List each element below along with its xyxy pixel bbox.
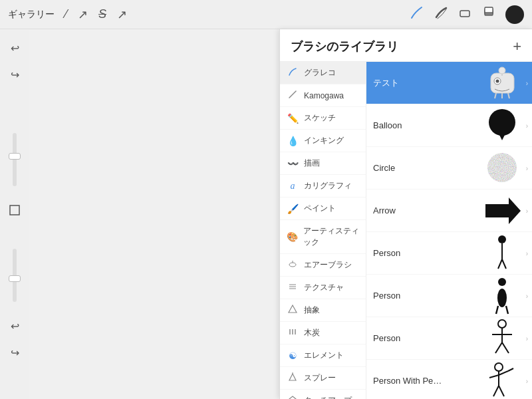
category-item-abstract[interactable]: 抽象 xyxy=(280,299,366,322)
brush-item-arrow[interactable]: Arrow › xyxy=(366,190,532,232)
category-icon-inking: 💧 xyxy=(287,136,299,146)
left-toolbar: ↩ ↪ ↩ ↪ xyxy=(0,29,29,399)
category-icon-element: ☯ xyxy=(287,350,299,361)
category-item-charcoal[interactable]: 木炭 xyxy=(280,322,366,344)
svg-rect-0 xyxy=(460,11,469,17)
category-item-gralereko[interactable]: グラレコ xyxy=(280,62,366,84)
size-slider-thumb[interactable] xyxy=(9,153,21,160)
svg-line-45 xyxy=(508,368,513,371)
svg-line-47 xyxy=(499,386,504,396)
opacity-slider[interactable] xyxy=(13,249,17,302)
brush-name-personwithpen: Person With Pe… xyxy=(373,376,479,386)
category-item-touchup[interactable]: タッチアップ xyxy=(280,390,366,399)
category-icon-spray xyxy=(287,372,299,384)
tool-pen-icon[interactable]: ⁄ xyxy=(65,7,67,21)
category-item-element[interactable]: ☯ エレメント xyxy=(280,344,366,367)
category-label-calligraphy: カリグラフィ xyxy=(304,180,352,192)
svg-rect-4 xyxy=(10,205,19,215)
undo-action[interactable]: ↩ xyxy=(4,315,25,336)
brush-item-test[interactable]: テスト xyxy=(366,62,532,104)
svg-line-43 xyxy=(489,375,499,378)
brush-tool-icon[interactable] xyxy=(410,5,424,23)
category-item-spray[interactable]: スプレー xyxy=(280,367,366,390)
category-list: グラレコ Kamogawa ✏️ スケッチ 💧 インキング 〰️ 描画 xyxy=(280,62,366,399)
svg-line-46 xyxy=(493,386,499,396)
square-tool[interactable] xyxy=(4,200,25,221)
brush-item-circle[interactable]: Circle xyxy=(366,147,532,190)
brush-name-balloon: Balloon xyxy=(373,120,479,130)
category-label-airbrush: エアーブラシ xyxy=(304,259,352,271)
brush-arrow-person2: › xyxy=(526,292,528,299)
tool-modifier-icon[interactable]: ↗ xyxy=(78,7,88,22)
category-icon-artistic: 🎨 xyxy=(287,231,298,242)
svg-marker-10 xyxy=(289,305,297,313)
redo-button[interactable]: ↪ xyxy=(4,64,25,85)
category-label-gralereko: グラレコ xyxy=(304,67,336,78)
category-icon-charcoal xyxy=(287,327,299,338)
brush-panel-body: グラレコ Kamogawa ✏️ スケッチ 💧 インキング 〰️ 描画 xyxy=(280,62,532,399)
category-item-sketch[interactable]: ✏️ スケッチ xyxy=(280,107,366,130)
category-label-element: エレメント xyxy=(304,350,344,361)
category-label-sketch: スケッチ xyxy=(304,112,336,124)
tool-smudge-icon[interactable]: S xyxy=(98,7,106,21)
erase-tool-icon[interactable] xyxy=(458,5,472,23)
undo-button[interactable]: ↩ xyxy=(4,37,25,59)
brush-name-person1: Person xyxy=(373,248,479,258)
category-item-airbrush[interactable]: エアーブラシ xyxy=(280,254,366,277)
svg-line-31 xyxy=(502,259,506,269)
brush-panel-header: ブラシのライブラリ + xyxy=(280,29,532,62)
brush-arrow-person3: › xyxy=(526,334,528,342)
brush-preview-personwithpen xyxy=(479,362,525,399)
category-item-inking[interactable]: 💧 インキング xyxy=(280,130,366,152)
brush-item-balloon[interactable]: Balloon › xyxy=(366,104,532,147)
svg-rect-16 xyxy=(491,73,514,93)
category-icon-touchup xyxy=(287,395,299,399)
category-item-artistic[interactable]: 🎨 アーティスティック xyxy=(280,220,366,254)
svg-line-21 xyxy=(495,93,496,98)
size-slider[interactable] xyxy=(13,133,17,186)
svg-rect-3 xyxy=(485,7,493,13)
svg-line-40 xyxy=(502,342,509,353)
avatar[interactable] xyxy=(505,5,524,24)
category-item-paint[interactable]: 🖌️ ペイント xyxy=(280,198,366,220)
brush-item-person1[interactable]: Person › xyxy=(366,232,532,275)
category-item-drawing[interactable]: 〰️ 描画 xyxy=(280,152,366,175)
brush-preview-person2 xyxy=(479,277,525,314)
category-label-charcoal: 木炭 xyxy=(304,327,320,338)
category-item-kamogawa[interactable]: Kamogawa xyxy=(280,84,366,107)
category-icon-kamogawa xyxy=(287,90,299,101)
redo-action[interactable]: ↪ xyxy=(4,342,25,363)
svg-point-5 xyxy=(289,263,296,267)
svg-line-39 xyxy=(495,342,502,353)
category-item-texture[interactable]: テクスチャ xyxy=(280,277,366,299)
brush-item-personwithpen[interactable]: Person With Pe… › xyxy=(366,360,532,399)
add-brush-button[interactable]: + xyxy=(513,39,521,54)
opacity-slider-thumb[interactable] xyxy=(9,275,21,282)
brush-name-arrow: Arrow xyxy=(373,205,479,215)
brush-preview-person1 xyxy=(479,235,525,271)
tool-eraser-icon[interactable]: ↗ xyxy=(117,7,127,22)
brush-item-person2[interactable]: Person › xyxy=(366,275,532,317)
category-icon-paint: 🖌️ xyxy=(287,203,299,214)
brush-item-person3[interactable]: Person › xyxy=(366,317,532,360)
svg-line-34 xyxy=(496,306,498,314)
brush-arrow-circle: › xyxy=(526,164,528,172)
category-item-calligraphy[interactable]: a カリグラフィ xyxy=(280,175,366,198)
gallery-button[interactable]: ギャラリー xyxy=(8,9,55,21)
svg-line-35 xyxy=(506,306,508,314)
layers-icon[interactable] xyxy=(481,5,496,23)
smudge-tool-icon[interactable] xyxy=(434,5,448,23)
brush-preview-person3 xyxy=(479,320,525,356)
category-icon-calligraphy: a xyxy=(287,181,299,192)
svg-line-23 xyxy=(508,93,509,98)
category-icon-drawing: 〰️ xyxy=(287,158,299,169)
svg-marker-27 xyxy=(485,198,521,224)
category-label-inking: インキング xyxy=(304,135,344,146)
brush-list: テスト xyxy=(366,62,532,399)
svg-point-28 xyxy=(498,235,506,243)
category-label-abstract: 抽象 xyxy=(304,305,320,316)
category-label-artistic: アーティスティック xyxy=(303,225,359,248)
svg-marker-14 xyxy=(289,374,296,380)
category-label-paint: ペイント xyxy=(304,203,336,214)
svg-point-19 xyxy=(499,67,505,74)
